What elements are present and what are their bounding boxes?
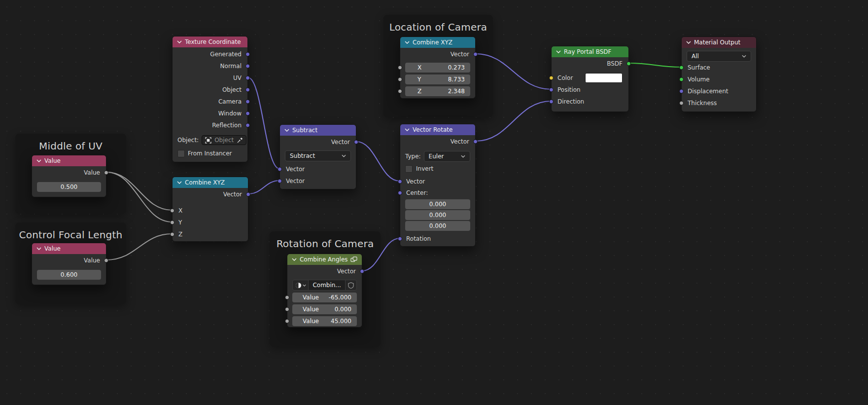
rotation-type-dropdown[interactable]: Euler <box>424 151 470 162</box>
y-value-field[interactable]: Y 8.733 <box>405 74 470 84</box>
socket-vector-input[interactable] <box>398 180 402 184</box>
input-label: Vector <box>406 178 425 185</box>
socket-y-input[interactable] <box>170 221 174 225</box>
chevron-down-icon[interactable] <box>292 258 297 261</box>
node-header[interactable]: Ray Portal BSDF <box>552 46 628 57</box>
value-field[interactable]: 0.600 <box>37 270 101 280</box>
node-header[interactable]: Value <box>32 155 106 166</box>
from-instancer-checkbox[interactable] <box>177 150 185 157</box>
value-field[interactable]: 0.500 <box>37 182 101 192</box>
node-header[interactable]: Combine XYZ <box>173 177 248 188</box>
socket-normal-output[interactable] <box>245 64 250 69</box>
z-value-field[interactable]: Z 2.348 <box>405 86 470 96</box>
node-editor-canvas[interactable]: Middle of UV Control Focal Length Locati… <box>0 0 868 405</box>
nodegroup-name-field[interactable]: Combin... <box>309 280 345 291</box>
chevron-down-icon[interactable] <box>686 41 691 44</box>
node-header[interactable]: Combine XYZ <box>400 37 475 48</box>
eyedropper-icon[interactable] <box>237 137 243 144</box>
socket-reflection-output[interactable] <box>245 123 250 128</box>
socket-vector-input-2[interactable] <box>278 179 282 184</box>
value-field-3[interactable]: Value 45.000 <box>292 316 357 326</box>
node-header[interactable]: Material Output <box>682 37 756 48</box>
socket-uv-output[interactable] <box>245 76 250 80</box>
socket-vector-input-1[interactable] <box>278 167 282 172</box>
link-combine-to-subtract <box>248 181 279 194</box>
target-dropdown[interactable]: All <box>687 51 751 62</box>
socket-generated-output[interactable] <box>245 52 250 57</box>
input-label: Displacement <box>688 88 729 95</box>
input-label: Volume <box>688 76 710 83</box>
node-header[interactable]: Texture Coordinate <box>173 37 247 47</box>
socket-thickness-input[interactable] <box>679 101 684 106</box>
socket-surface-input[interactable] <box>679 66 684 70</box>
node-combine-xyz-location[interactable]: Combine XYZ Vector X 0.273 Y 8.733 Z 2.3… <box>400 37 476 99</box>
operation-dropdown[interactable]: Subtract <box>285 150 351 161</box>
socket-vector-output[interactable] <box>360 269 364 274</box>
socket-vector-output[interactable] <box>473 52 478 57</box>
node-value-uv[interactable]: Value Value 0.500 <box>32 155 106 197</box>
center-z-field[interactable]: 0.000 <box>405 221 470 231</box>
socket-vector-output[interactable] <box>246 192 250 197</box>
input-label: Surface <box>688 64 710 71</box>
link-value-to-y <box>106 172 172 222</box>
nodegroup-id-button[interactable] <box>292 280 309 291</box>
node-subtract[interactable]: Subtract Vector Subtract Vector Vector <box>279 124 356 189</box>
node-header[interactable]: Subtract <box>280 125 356 136</box>
node-header[interactable]: Vector Rotate <box>400 124 475 135</box>
socket-value-output[interactable] <box>104 258 108 263</box>
socket-camera-output[interactable] <box>245 100 250 104</box>
socket-bsdf-output[interactable] <box>626 62 631 66</box>
center-y-field[interactable]: 0.000 <box>405 210 470 220</box>
chevron-down-icon[interactable] <box>177 40 182 43</box>
socket-z-input[interactable] <box>170 232 174 237</box>
center-x-field[interactable]: 0.000 <box>405 199 470 209</box>
socket-value-input-1[interactable] <box>285 295 289 300</box>
chevron-down-icon[interactable] <box>284 129 289 132</box>
invert-checkbox[interactable] <box>405 165 413 173</box>
node-ray-portal-bsdf[interactable]: Ray Portal BSDF BSDF Color Position Dire… <box>551 46 629 112</box>
shield-icon <box>348 282 354 289</box>
socket-window-output[interactable] <box>245 111 250 116</box>
x-value-field[interactable]: X 0.273 <box>405 63 470 73</box>
socket-vector-output[interactable] <box>473 140 478 144</box>
chevron-down-icon[interactable] <box>556 50 561 53</box>
object-picker-field[interactable]: Object <box>202 135 246 145</box>
node-title: Texture Coordinate <box>185 38 241 45</box>
fake-user-shield-button[interactable] <box>345 280 357 291</box>
chevron-down-icon[interactable] <box>36 247 41 250</box>
chevron-down-icon[interactable] <box>405 41 410 44</box>
socket-center-input[interactable] <box>398 191 402 195</box>
socket-position-input[interactable] <box>549 88 554 92</box>
socket-value-output[interactable] <box>104 171 108 175</box>
socket-object-output[interactable] <box>245 88 250 92</box>
node-material-output[interactable]: Material Output All Surface Volume Displ… <box>681 37 757 112</box>
color-swatch[interactable] <box>585 73 623 83</box>
input-label: Y <box>178 219 182 226</box>
value-field-2[interactable]: Value 0.000 <box>292 304 357 314</box>
socket-color-input[interactable] <box>549 76 554 80</box>
socket-rotation-input[interactable] <box>398 237 402 241</box>
node-vector-rotate[interactable]: Vector Rotate Vector Type: Euler Invert … <box>400 124 476 247</box>
socket-value-input-2[interactable] <box>285 307 289 312</box>
node-header[interactable]: Value <box>32 243 106 254</box>
node-value-focal[interactable]: Value Value 0.600 <box>32 243 106 285</box>
chevron-down-icon[interactable] <box>177 181 182 184</box>
node-texture-coordinate[interactable]: Texture Coordinate Generated Normal UV O… <box>172 36 248 162</box>
socket-value-input-3[interactable] <box>285 319 289 324</box>
output-label: Vector <box>337 268 356 275</box>
chevron-down-icon[interactable] <box>405 128 410 131</box>
value-field-1[interactable]: Value -65.000 <box>292 293 357 302</box>
socket-y-input[interactable] <box>398 77 402 82</box>
chevron-down-icon[interactable] <box>36 159 41 162</box>
socket-x-input[interactable] <box>170 209 174 213</box>
socket-z-input[interactable] <box>398 89 402 94</box>
socket-vector-output[interactable] <box>354 140 358 145</box>
node-title: Combine XYZ <box>185 179 225 186</box>
socket-displacement-input[interactable] <box>679 89 684 94</box>
socket-direction-input[interactable] <box>549 100 554 104</box>
node-combine-angles[interactable]: Combine Angles Vector Combin... <box>287 254 362 328</box>
socket-volume-input[interactable] <box>679 77 684 82</box>
node-header[interactable]: Combine Angles <box>287 254 362 265</box>
socket-x-input[interactable] <box>398 66 402 70</box>
node-combine-xyz[interactable]: Combine XYZ Vector X Y Z <box>172 177 248 242</box>
